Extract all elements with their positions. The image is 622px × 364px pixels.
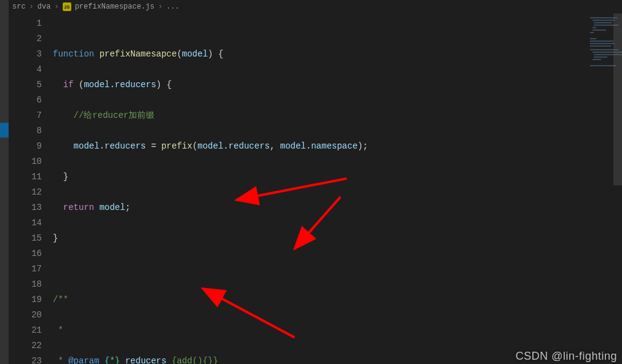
line-number-gutter: 1234567891011121314151617181920212223: [9, 14, 53, 364]
scrollbar-thumb[interactable]: [613, 14, 622, 185]
breadcrumb-seg[interactable]: src: [12, 2, 26, 11]
breadcrumbs[interactable]: src › dva › JS prefixNamespace.js › ...: [9, 0, 622, 14]
code-area[interactable]: function prefixNamesapce(model) { if (mo…: [53, 14, 622, 364]
activity-indicator: [0, 123, 9, 137]
editor[interactable]: 1234567891011121314151617181920212223 fu…: [9, 14, 622, 364]
chevron-right-icon: ›: [158, 2, 162, 11]
activity-bar[interactable]: [0, 0, 9, 364]
annotation-arrows: [53, 14, 622, 363]
breadcrumb-file[interactable]: prefixNamespace.js: [75, 2, 155, 11]
breadcrumb-seg[interactable]: dva: [37, 2, 51, 11]
chevron-right-icon: ›: [54, 2, 58, 11]
watermark-text: CSDN @lin-fighting: [516, 350, 617, 363]
vertical-scrollbar[interactable]: [613, 14, 622, 364]
breadcrumb-tail[interactable]: ...: [166, 2, 179, 11]
js-file-icon: JS: [63, 2, 71, 11]
editor-group: src › dva › JS prefixNamespace.js › ... …: [9, 0, 622, 364]
chevron-right-icon: ›: [30, 2, 34, 11]
